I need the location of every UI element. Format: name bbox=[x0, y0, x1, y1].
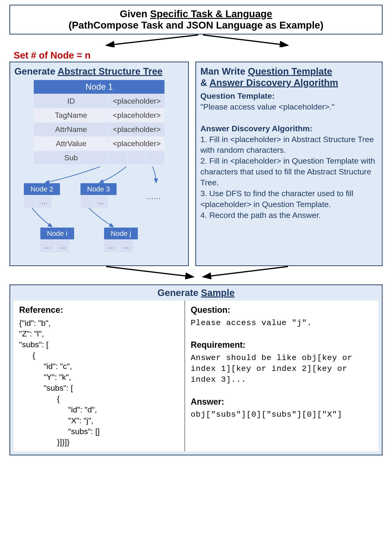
nodei: Node i …… bbox=[40, 228, 74, 252]
sample-panel: Generate Sample Reference: {"id": "b", "… bbox=[9, 285, 383, 455]
qt-label: Question Template: bbox=[200, 91, 378, 102]
mid-arrows bbox=[5, 266, 387, 278]
requirement-label: Requirement: bbox=[191, 339, 373, 351]
requirement-text: Answer should be like obj[key or index 1… bbox=[191, 353, 373, 385]
node2: Node 2 … bbox=[24, 183, 60, 208]
sample-right: Question: Please access value "j". Requi… bbox=[185, 300, 378, 451]
question-text: Please access value "j". bbox=[191, 318, 373, 329]
nodej: Node j …… bbox=[104, 228, 138, 252]
top-arrows bbox=[5, 34, 387, 46]
node1-table: Node 1 ID<placeholder> TagName<placehold… bbox=[33, 79, 165, 165]
top-line1-prefix: Given bbox=[120, 8, 150, 19]
ada-label: Answer Discovery Algorithm: bbox=[200, 123, 378, 134]
abstract-tree-panel: Generate Abstract Structure Tree Node 1 … bbox=[9, 62, 189, 266]
right-panel-body: Question Template: "Please access value … bbox=[200, 91, 378, 221]
answer-label: Answer: bbox=[191, 396, 373, 408]
tree-children-area: Node 2 … Node 3 … …… Node i …… Node j …… bbox=[14, 167, 184, 261]
svg-line-8 bbox=[203, 267, 288, 277]
sample-title: Generate Sample bbox=[10, 288, 382, 298]
set-node-count: Set # of Node = n bbox=[14, 50, 387, 61]
template-algo-panel: Man Write Question Template & Answer Dis… bbox=[196, 62, 383, 266]
sample-body: Reference: {"id": "b", "Z": "l", "subs":… bbox=[14, 300, 378, 451]
qt-text: "Please access value <placeholder>." bbox=[200, 102, 378, 112]
question-label: Question: bbox=[191, 304, 373, 316]
svg-line-1 bbox=[203, 35, 288, 45]
right-panel-title: Man Write Question Template & Answer Dis… bbox=[200, 66, 378, 88]
node3: Node 3 … bbox=[80, 183, 117, 208]
top-line1-ul: Specific Task & Language bbox=[150, 8, 272, 19]
middle-row: Generate Abstract Structure Tree Node 1 … bbox=[5, 62, 387, 266]
top-line2: (PathCompose Task and JSON Language as E… bbox=[69, 20, 324, 31]
top-box: Given Specific Task & Language (PathComp… bbox=[9, 5, 383, 34]
node1-header: Node 1 bbox=[34, 80, 164, 94]
answer-text: obj["subs"][0]["subs"][0]["X"] bbox=[191, 409, 373, 420]
ada-step4: 4. Record the path as the Answer. bbox=[200, 210, 378, 221]
ellipsis: …… bbox=[147, 193, 161, 201]
ada-step1: 1. Fill in <placeholder> in Abstract Str… bbox=[200, 134, 378, 156]
svg-line-0 bbox=[106, 35, 198, 45]
sample-reference: Reference: {"id": "b", "Z": "l", "subs":… bbox=[14, 300, 185, 451]
reference-json: {"id": "b", "Z": "l", "subs": [ { "id": … bbox=[19, 318, 179, 448]
ada-step3: 3. Use DFS to find the character used to… bbox=[200, 188, 378, 210]
left-panel-title: Generate Abstract Structure Tree bbox=[14, 66, 184, 77]
svg-line-7 bbox=[106, 267, 194, 277]
ada-step2: 2. Fill in <placeholder> in Question Tem… bbox=[200, 156, 378, 188]
reference-label: Reference: bbox=[19, 304, 179, 316]
diagram-root: Given Specific Task & Language (PathComp… bbox=[5, 5, 387, 455]
